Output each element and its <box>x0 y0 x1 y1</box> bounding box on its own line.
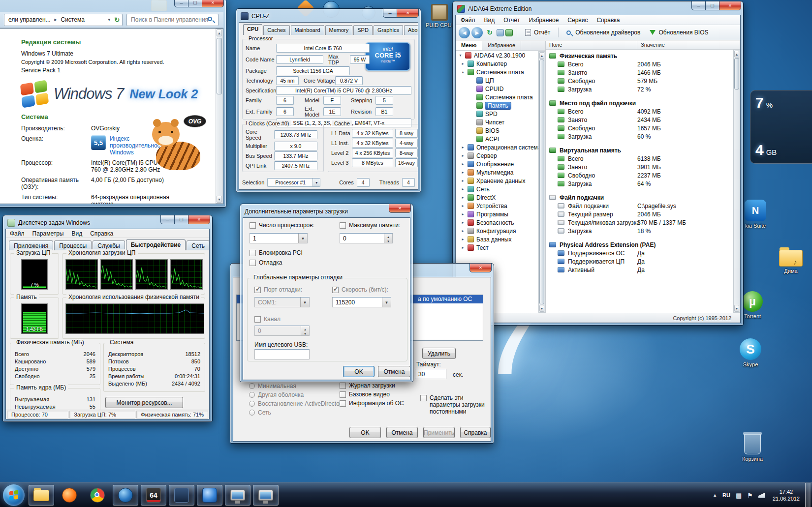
taskbar-msconfig-button[interactable] <box>197 485 222 506</box>
minimize-button[interactable]: – <box>160 215 175 224</box>
tree-item-config[interactable]: ▸Конфигурация <box>456 227 538 235</box>
radio-minimal[interactable]: Минимальная <box>249 383 296 389</box>
cancel-button[interactable]: Отмена <box>378 366 410 377</box>
max-memory-stepper[interactable]: 0 <box>340 233 393 243</box>
section-swap-space[interactable]: Место под файл подкачки <box>546 99 733 107</box>
processor-select[interactable]: Processor #1 <box>267 178 320 187</box>
check-boot-log[interactable]: Журнал загрузки <box>340 382 395 389</box>
radio-ad-restore[interactable]: Восстановление ActiveDirectory <box>249 400 344 407</box>
check-pci-lock[interactable]: Блокировка PCI <box>250 249 303 256</box>
close-button[interactable]: × <box>397 8 419 18</box>
refresh-icon[interactable]: ↻ <box>484 27 495 38</box>
menu-help[interactable]: Справка <box>596 17 620 24</box>
tree-item-display[interactable]: ▸Отображение <box>456 160 538 168</box>
scroll-down-icon[interactable]: ▼ <box>217 196 222 203</box>
taskbar-cpuz-button[interactable] <box>169 485 194 506</box>
check-persist-boot[interactable]: Сделать эти параметры загрузки постоянны… <box>420 394 491 415</box>
system-window-scrollbar[interactable]: ▲ ▼ <box>216 29 223 204</box>
tree-item-motherboard[interactable]: ▴Системная плата <box>456 68 538 76</box>
show-desktop-button[interactable] <box>805 483 811 507</box>
menu-options[interactable]: Параметры <box>32 230 64 237</box>
radio-alternate-shell[interactable]: Другая оболочка <box>249 391 304 398</box>
tree-item-spd[interactable]: SPD <box>456 110 538 118</box>
tree-item-devices[interactable]: ▸Устройства <box>456 202 538 210</box>
tree-item-storage[interactable]: ▸Хранение данных <box>456 177 538 185</box>
taskbar-aida64-button[interactable]: 64 <box>141 485 166 506</box>
tree-item-programs[interactable]: ▸Программы <box>456 210 538 218</box>
taskbar-clock[interactable]: 17:42 21.06.2012 <box>773 488 800 502</box>
start-button[interactable] <box>3 484 25 506</box>
table-row[interactable]: АктивныйДа <box>546 266 733 274</box>
detail-scrollbar[interactable]: ▲ ▼ <box>733 50 740 313</box>
table-row[interactable]: Загрузка18 % <box>546 227 733 235</box>
breadcrumb[interactable]: ели управлен... ► Система ▾ ↻ <box>4 14 123 26</box>
tree-item-computer[interactable]: ▸Компьютер <box>456 60 538 68</box>
table-row[interactable]: Свободно579 МБ <box>546 77 733 85</box>
menu-view[interactable]: Вид <box>71 230 82 237</box>
tree-item-systemboard[interactable]: Системная плата <box>456 93 538 101</box>
scrollbar-thumb[interactable] <box>217 38 222 94</box>
table-row[interactable]: Загрузка60 % <box>546 132 733 141</box>
tree-item-acpi[interactable]: ACPI <box>456 135 538 143</box>
tab-about[interactable]: About <box>404 25 418 35</box>
check-debug[interactable]: Отладка <box>250 259 282 266</box>
desktop-icon-skype[interactable]: S Skype <box>732 338 769 367</box>
tab-graphics[interactable]: Graphics <box>374 25 403 35</box>
taskbar-system-button[interactable] <box>225 485 250 506</box>
tree-item-chipset[interactable]: Чипсет <box>456 118 538 126</box>
tree-item-server[interactable]: ▸Сервер <box>456 151 538 160</box>
taskbar-firefox-button[interactable] <box>57 485 82 506</box>
section-virtual-memory[interactable]: Виртуальная память <box>546 146 733 154</box>
tree-item-database[interactable]: ▸База данных <box>456 235 538 243</box>
maximize-button[interactable]: □ <box>174 215 188 224</box>
usb-target-input[interactable] <box>254 349 310 359</box>
table-row[interactable]: Всего2046 МБ <box>546 60 733 68</box>
breadcrumb-parent[interactable]: ели управлен... <box>8 16 51 23</box>
menu-file[interactable]: Файл <box>461 17 475 24</box>
table-row[interactable]: Текущий размер2046 МБ <box>546 210 733 218</box>
driver-updates-button[interactable]: Обновления драйверов <box>562 28 644 37</box>
tree-item-multimedia[interactable]: ▸Мультимедиа <box>456 168 538 177</box>
tab-menu[interactable]: Меню <box>456 41 482 50</box>
back-icon[interactable]: ◀ <box>459 27 470 38</box>
tree-item-cpu[interactable]: ЦП <box>456 76 538 85</box>
tree-scrollbar[interactable]: ▲ ▼ <box>538 51 545 313</box>
delete-button[interactable]: Удалить <box>422 348 456 359</box>
taskbar-taskmgr-button[interactable] <box>253 485 279 506</box>
apply-button[interactable]: Применить <box>423 427 455 438</box>
tree-item-memory[interactable]: Память <box>456 101 538 110</box>
tree-item-network[interactable]: ▸Сеть <box>456 185 538 193</box>
check-debug-port[interactable]: Порт отладки: <box>254 286 302 293</box>
tree-item-benchmark[interactable]: ▸Тест <box>456 243 538 252</box>
table-row[interactable]: Текущая/пиковая загрузка370 МБ / 1337 МБ <box>546 218 733 227</box>
breadcrumb-dropdown-icon[interactable]: ▾ <box>108 17 111 22</box>
menu-help[interactable]: Справка <box>90 230 113 237</box>
tab-performance[interactable]: Быстродействие <box>126 239 186 250</box>
tab-processes[interactable]: Процессы <box>54 240 92 250</box>
check-base-video[interactable]: Базовое видео <box>340 391 390 398</box>
cpu-meter-gadget[interactable]: 7% 4GB <box>750 90 812 164</box>
table-row[interactable]: Всего6138 МБ <box>546 154 733 163</box>
table-row[interactable]: Загрузка64 % <box>546 179 733 188</box>
chart-icon[interactable] <box>505 29 513 36</box>
table-row[interactable]: Файл подкачкиC:\pagefile.sys <box>546 202 733 210</box>
section-pagefile[interactable]: Файл подкачки <box>546 193 733 202</box>
tab-spd[interactable]: SPD <box>353 25 373 35</box>
section-pae[interactable]: Physical Address Extension (PAE) <box>546 240 733 249</box>
ok-button[interactable]: OK <box>349 427 381 438</box>
tree-item-bios[interactable]: BIOS <box>456 126 538 135</box>
table-row[interactable]: Занято2434 МБ <box>546 116 733 124</box>
report-button[interactable]: Отчёт <box>521 28 554 37</box>
table-row[interactable]: Загрузка72 % <box>546 85 733 93</box>
check-max-memory[interactable]: Максимум памяти: <box>340 222 400 229</box>
table-row[interactable]: Свободно1657 МБ <box>546 124 733 132</box>
tab-networking[interactable]: Сеть <box>187 240 210 250</box>
aida64-titlebar[interactable]: AIDA64 Extreme Edition – □ × <box>455 1 741 15</box>
table-row[interactable]: Свободно2237 МБ <box>546 171 733 179</box>
close-button[interactable]: × <box>469 263 492 272</box>
tab-mainboard[interactable]: Mainboard <box>291 25 324 35</box>
help-button[interactable]: Справка <box>460 427 491 438</box>
tab-caches[interactable]: Caches <box>263 25 289 35</box>
resource-monitor-button[interactable]: Монитор ресурсов... <box>105 397 183 408</box>
close-button[interactable]: × <box>389 204 411 213</box>
